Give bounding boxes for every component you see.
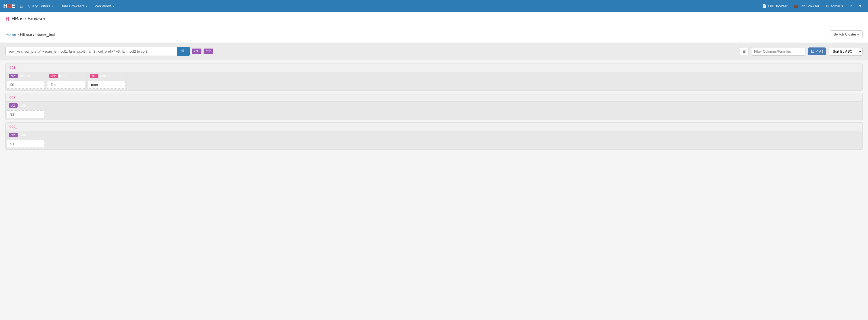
cf-badge: cf2: [9, 103, 18, 108]
data-browsers-caret: ▾ [86, 5, 87, 8]
table-row: 002_ cf2: math 91 [5, 122, 863, 150]
nav-data-browsers[interactable]: Data Browsers ▾ [57, 0, 91, 12]
nav-flag[interactable]: ⚑ [855, 0, 865, 12]
breadcrumb-bar: Home - HBase / hbase_test Switch Cluster… [0, 26, 868, 43]
filter-columns-input[interactable] [751, 47, 805, 56]
page-header: H HBase Browser [0, 12, 868, 26]
cf-badge: cf2: [9, 74, 18, 78]
cell-value: Tom [47, 81, 85, 89]
row-key: 002 [6, 93, 862, 102]
search-input-wrap: 🔍 [5, 47, 190, 56]
cell-column: cf1: gender man [87, 72, 127, 90]
cell-value: 91 [7, 140, 45, 148]
cell-header: cf1: name [46, 72, 86, 80]
sort-select[interactable]: Sort By ASC Sort By DESC [829, 47, 863, 56]
cell-column: cf2: chinese 90 [6, 72, 46, 90]
grid-icon-button[interactable]: ⊞ [740, 47, 748, 55]
cf-badge: cf2: [9, 133, 18, 137]
cell-value: 91 [7, 110, 45, 118]
cell-column: cf2: math 91 [6, 102, 46, 120]
job-browser-icon: 💼 [794, 4, 798, 8]
cell-value: man [88, 81, 125, 89]
search-icon: 🔍 [181, 49, 186, 53]
switch-cluster-button[interactable]: Switch Cluster ▾ [830, 30, 863, 38]
table-row: 002 cf2: math 91 [5, 93, 863, 120]
navbar-right: 📄 File Browser 💼 Job Browser ⚙ admin ▾ ?… [759, 0, 865, 12]
home-icon[interactable]: ⌂ [20, 3, 23, 9]
tag-cf2[interactable]: cf2: [204, 49, 213, 54]
hbase-icon: H [5, 16, 9, 22]
nav-workflows[interactable]: Workflows ▾ [91, 0, 118, 12]
hue-logo: HUE [3, 2, 15, 9]
search-bar: 🔍 cf1: cf2: ⊞ ☑ ✓ All Sort By ASC Sort B… [0, 43, 868, 60]
cell-header: cf2: chinese [6, 72, 46, 80]
nav-admin[interactable]: ⚙ admin ▾ [823, 0, 846, 12]
grid-icon: ⊞ [743, 49, 746, 53]
cell-col-name: gender [99, 74, 110, 78]
admin-caret: ▾ [841, 4, 843, 8]
all-checkbox-button[interactable]: ☑ ✓ All [808, 48, 826, 55]
row-key: 002_ [6, 123, 862, 131]
row-cells: cf2: math 91 [6, 102, 862, 120]
cell-header: cf1: gender [87, 72, 127, 80]
cell-col-name: math [19, 133, 26, 137]
query-editors-caret: ▾ [52, 5, 53, 8]
table-row: 001 cf2: chinese 90 cf1: name Tom [5, 63, 863, 91]
cell-col-name: name [59, 74, 67, 78]
cell-value: 90 [7, 81, 45, 89]
search-button[interactable]: 🔍 [177, 47, 190, 56]
search-right: ⊞ ☑ ✓ All Sort By ASC Sort By DESC [740, 47, 863, 56]
tag-cf1[interactable]: cf1: [192, 49, 202, 54]
search-input[interactable] [5, 47, 177, 56]
cell-col-name: math [19, 104, 26, 107]
admin-icon: ⚙ [826, 4, 829, 8]
row-cells: cf2: math 91 [6, 131, 862, 149]
main-content: 001 cf2: chinese 90 cf1: name Tom [0, 60, 868, 155]
nav-file-browser[interactable]: 📄 File Browser [759, 0, 791, 12]
breadcrumb: Home - HBase / hbase_test [5, 32, 55, 37]
checkbox-icon: ☑ [811, 49, 814, 53]
cf-badge: cf1: [49, 74, 58, 78]
workflows-caret: ▾ [113, 5, 114, 8]
row-key: 001 [6, 63, 862, 72]
page-header-title: HBase Browser [11, 16, 45, 22]
cell-column: cf2: math 91 [6, 131, 46, 149]
nav-query-editors[interactable]: Query Editors ▾ [24, 0, 57, 12]
cell-col-name: chinese [19, 74, 30, 78]
file-browser-icon: 📄 [762, 4, 767, 8]
cf-badge: cf1: [90, 74, 98, 78]
row-cells: cf2: chinese 90 cf1: name Tom cf1: gende… [6, 72, 862, 90]
cell-column: cf1: name Tom [46, 72, 87, 90]
navbar: HUE ⌂ Query Editors ▾ Data Browsers ▾ Wo… [0, 0, 868, 12]
cell-header: cf2: math [6, 102, 46, 109]
cell-header: cf2: math [6, 131, 46, 139]
nav-job-browser[interactable]: 💼 Job Browser [791, 0, 823, 12]
nav-help[interactable]: ? [846, 0, 855, 12]
brand: HUE [3, 2, 17, 9]
